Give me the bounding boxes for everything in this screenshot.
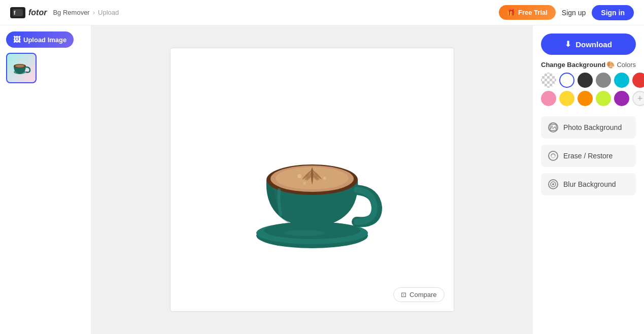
download-label: Download xyxy=(575,40,612,49)
svg-point-15 xyxy=(284,230,325,236)
color-swatch-red[interactable] xyxy=(632,73,644,88)
change-background-section: Change Background 🎨 Colors + xyxy=(541,61,636,110)
upload-label: Upload Image xyxy=(23,36,66,44)
color-swatch-plus[interactable]: + xyxy=(632,91,644,106)
blur-bg-icon xyxy=(548,179,558,189)
compare-icon: ⊡ xyxy=(401,291,406,298)
download-button[interactable]: ⬇ Download xyxy=(541,34,636,55)
change-bg-title: Change Background xyxy=(541,61,605,69)
color-swatch-pink[interactable] xyxy=(541,91,556,106)
header-right: 🎁 Free Trial Sign up Sign in xyxy=(499,5,634,20)
svg-point-12 xyxy=(297,174,301,178)
blur-background-option[interactable]: Blur Background xyxy=(541,173,636,195)
sign-in-button[interactable]: Sign in xyxy=(592,5,634,20)
color-swatch-orange[interactable] xyxy=(578,91,593,106)
erase-restore-label: Erase / Restore xyxy=(563,152,613,160)
colors-label: Colors xyxy=(617,61,636,69)
compare-button[interactable]: ⊡ Compare xyxy=(393,287,444,302)
free-trial-label: Free Trial xyxy=(518,9,548,16)
color-swatch-black[interactable] xyxy=(578,73,593,88)
gift-icon: 🎁 xyxy=(507,9,515,16)
thumbnail-preview xyxy=(9,57,34,79)
photo-background-label: Photo Background xyxy=(563,123,622,131)
image-thumbnail[interactable] xyxy=(6,53,37,83)
canvas-area: ⊡ Compare xyxy=(91,25,532,334)
upload-icon: 🖼 xyxy=(13,36,20,44)
breadcrumb-page: Upload xyxy=(98,9,119,16)
coffee-cup-illustration xyxy=(226,101,398,258)
erase-restore-icon xyxy=(548,151,558,161)
upload-image-button[interactable]: 🖼 Upload Image xyxy=(6,31,74,48)
blur-background-label: Blur Background xyxy=(563,180,616,188)
palette-icon: 🎨 xyxy=(606,61,615,69)
color-swatch-white[interactable] xyxy=(559,73,574,88)
svg-point-14 xyxy=(303,182,306,185)
download-icon: ⬇ xyxy=(565,40,571,49)
main-layout: 🖼 Upload Image xyxy=(0,25,644,334)
section-header: Change Background 🎨 Colors xyxy=(541,61,636,69)
color-swatch-transparent[interactable] xyxy=(541,73,556,88)
breadcrumb-separator: › xyxy=(93,9,95,16)
logo-text: fotor xyxy=(28,8,47,17)
canvas-container: ⊡ Compare xyxy=(170,48,454,312)
color-swatch-purple[interactable] xyxy=(614,91,629,106)
color-swatch-gray[interactable] xyxy=(596,73,611,88)
breadcrumb-tool[interactable]: Bg Remover xyxy=(53,9,89,16)
svg-point-17 xyxy=(551,125,553,127)
header: f fotor Bg Remover › Upload 🎁 Free Trial… xyxy=(0,0,644,25)
left-panel: 🖼 Upload Image xyxy=(0,25,91,334)
header-left: f fotor Bg Remover › Upload xyxy=(10,7,119,18)
free-trial-button[interactable]: 🎁 Free Trial xyxy=(499,5,556,20)
logo-icon: f xyxy=(10,7,25,18)
breadcrumb: Bg Remover › Upload xyxy=(53,9,119,16)
logo[interactable]: f fotor xyxy=(10,7,47,18)
color-swatch-cyan[interactable] xyxy=(614,73,629,88)
svg-point-5 xyxy=(15,64,24,68)
svg-point-19 xyxy=(552,183,554,185)
photo-bg-icon xyxy=(548,122,558,132)
color-swatch-lime[interactable] xyxy=(596,91,611,106)
right-panel: ⬇ Download Change Background 🎨 Colors xyxy=(532,25,644,334)
colors-button[interactable]: 🎨 Colors xyxy=(606,61,636,69)
erase-restore-option[interactable]: Erase / Restore xyxy=(541,145,636,167)
sign-up-button[interactable]: Sign up xyxy=(562,9,586,17)
photo-background-option[interactable]: Photo Background xyxy=(541,116,636,139)
color-grid: + xyxy=(541,73,636,106)
svg-point-13 xyxy=(323,177,326,180)
color-swatch-yellow[interactable] xyxy=(559,91,574,106)
compare-label: Compare xyxy=(410,291,436,298)
